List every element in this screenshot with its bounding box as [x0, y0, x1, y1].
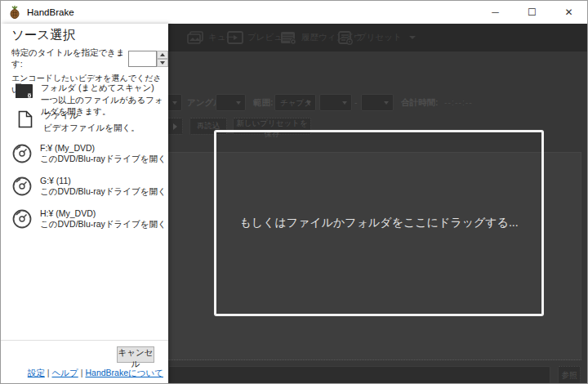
open-file-desc: ビデオファイルを開く。 — [43, 123, 140, 134]
duration-label: 合計時間: — [401, 97, 439, 109]
presets-icon — [338, 31, 354, 45]
drive-f-label: F:¥ (My_DVD) — [40, 143, 167, 153]
title-number-spinner — [157, 51, 168, 67]
disc-icon — [11, 208, 33, 230]
file-icon — [15, 110, 36, 134]
log-window-icon — [280, 31, 297, 45]
drive-g-text: G:¥ (11) このDVD/Blu-rayドライブを開く — [40, 176, 167, 198]
open-file-label: ファイル — [43, 110, 140, 122]
specific-title-row: 特定のタイトルを指定できます: — [11, 47, 168, 70]
chevron-down-icon — [172, 101, 177, 105]
range-label: 範囲: — [253, 97, 274, 109]
drag-drop-area[interactable]: もしくはファイルかフォルダをここにドラッグする... — [214, 130, 544, 316]
angle-dropdown[interactable] — [216, 94, 246, 111]
preset-arrow-button[interactable] — [167, 118, 183, 135]
chapter-start-dropdown[interactable] — [319, 94, 352, 111]
drag-drop-message: もしくはファイルかフォルダをここにドラッグする... — [239, 216, 518, 230]
drive-h-option[interactable]: H:¥ (My_DVD) このDVD/Blu-rayドライブを開く — [11, 208, 167, 230]
minimize-button[interactable]: ─ — [477, 1, 514, 24]
open-file-text: ファイル ビデオファイルを開く。 — [43, 110, 140, 134]
handbrake-logo-icon — [8, 6, 21, 19]
browse-button[interactable]: 参照 — [558, 366, 581, 384]
chevron-down-icon — [384, 101, 389, 105]
link-separator: | — [47, 368, 50, 377]
duration-value: --:--:-- — [444, 97, 473, 107]
output-file-input[interactable] — [168, 366, 550, 384]
about-link[interactable]: HandBrakeについて — [85, 368, 163, 377]
panel-footer: キャンセル 設定|ヘルプ|HandBrakeについて — [1, 340, 168, 383]
disc-icon — [11, 143, 33, 165]
close-button[interactable]: ✕ — [550, 1, 587, 24]
drive-h-text: H:¥ (My_DVD) このDVD/Blu-rayドライブを開く — [40, 208, 167, 230]
chevron-down-icon — [306, 101, 311, 105]
chevron-down-icon — [409, 36, 416, 39]
triangle-up-icon — [160, 53, 165, 56]
triangle-down-icon — [160, 61, 165, 65]
drive-f-text: F:¥ (My_DVD) このDVD/Blu-rayドライブを開く — [40, 143, 167, 165]
spin-down-button[interactable] — [157, 59, 168, 67]
drive-g-option[interactable]: G:¥ (11) このDVD/Blu-rayドライブを開く — [11, 176, 167, 198]
handbrake-window: HandBrake ─ ☐ ✕ く キュー プレビュー — [0, 0, 588, 384]
drive-h-label: H:¥ (My_DVD) — [40, 208, 167, 218]
settings-link[interactable]: 設定 — [28, 368, 45, 377]
drive-f-desc: このDVD/Blu-rayドライブを開く — [40, 154, 167, 165]
drive-g-desc: このDVD/Blu-rayドライブを開く — [40, 186, 167, 198]
chevron-right-icon — [173, 123, 177, 130]
preview-icon — [227, 31, 243, 44]
chevron-down-icon — [236, 101, 241, 105]
help-link[interactable]: ヘルプ — [52, 368, 78, 377]
drive-f-option[interactable]: F:¥ (My_DVD) このDVD/Blu-rayドライブを開く — [11, 143, 167, 165]
disc-icon — [11, 176, 33, 198]
footer-links: 設定|ヘルプ|HandBrakeについて — [28, 368, 163, 379]
open-file-option[interactable]: ファイル ビデオファイルを開く。 — [15, 110, 140, 134]
drive-h-desc: このDVD/Blu-rayドライブを開く — [40, 219, 167, 230]
window-title: HandBrake — [27, 7, 74, 17]
source-selection-panel: ソース選択 特定のタイトルを指定できます: エンコードしたいビデオを選んでくださ… — [1, 24, 168, 383]
chapter-end-dropdown[interactable] — [361, 94, 394, 111]
link-separator: | — [81, 368, 83, 377]
panel-title: ソース選択 — [11, 27, 75, 44]
specific-title-label: 特定のタイトルを指定できます: — [11, 47, 126, 70]
open-folder-label: フォルダ (まとめてスキャン) — [41, 83, 168, 94]
range-type-dropdown[interactable]: チャプター — [274, 94, 316, 111]
titlebar: HandBrake ─ ☐ ✕ — [1, 1, 587, 24]
chevron-down-icon — [342, 101, 347, 105]
range-dash: - — [354, 97, 358, 107]
presets-label: プリセット — [358, 32, 402, 43]
drive-g-label: G:¥ (11) — [40, 176, 167, 185]
presets-button[interactable]: プリセット — [338, 24, 416, 51]
window-controls: ─ ☐ ✕ — [477, 1, 587, 24]
cancel-button[interactable]: キャンセル — [117, 346, 154, 363]
queue-icon — [187, 31, 204, 45]
title-number-input[interactable] — [128, 51, 157, 67]
spin-up-button[interactable] — [157, 51, 168, 59]
maximize-button[interactable]: ☐ — [514, 1, 550, 24]
